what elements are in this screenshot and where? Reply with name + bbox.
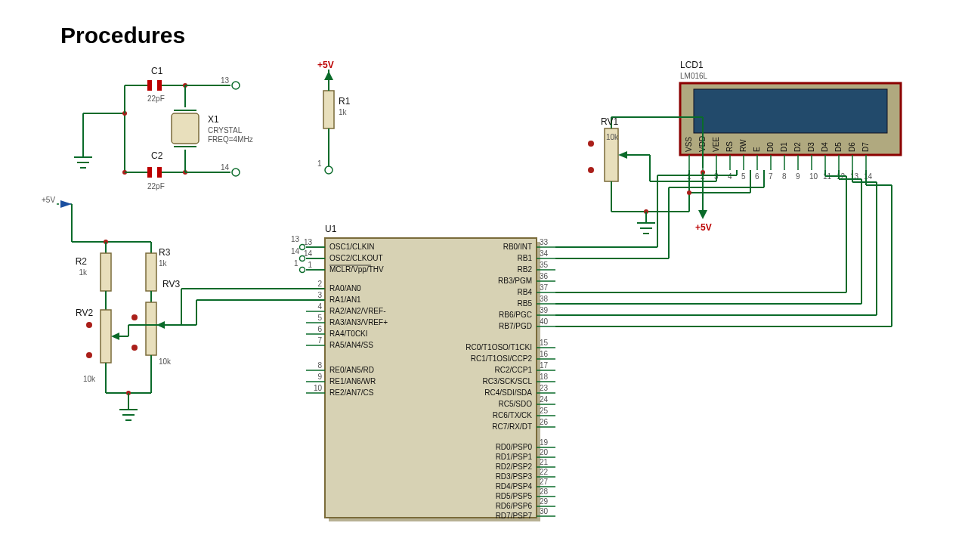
svg-text:4: 4 — [728, 172, 732, 181]
svg-text:RD1/PSP1: RD1/PSP1 — [496, 453, 533, 461]
svg-point-236 — [588, 141, 594, 147]
schematic-canvas: C1 22pF C2 22pF X1 — [30, 53, 937, 544]
svg-text:8: 8 — [317, 361, 322, 370]
svg-text:15: 15 — [540, 339, 549, 347]
svg-text:37: 37 — [540, 283, 549, 292]
svg-text:RB3/PGM: RB3/PGM — [498, 277, 532, 285]
svg-text:6: 6 — [755, 172, 759, 181]
svg-text:RA1/AN1: RA1/AN1 — [329, 295, 361, 304]
svg-text:VSS: VSS — [685, 137, 693, 152]
component-r2: R2 1k — [76, 242, 111, 310]
svg-text:6: 6 — [317, 325, 322, 333]
svg-text:RE2/AN7/CS: RE2/AN7/CS — [329, 388, 374, 397]
svg-point-78 — [300, 268, 305, 273]
rv2-ref: RV2 — [76, 308, 93, 318]
rv3-val: 10k — [159, 357, 172, 366]
rv1-val: 10k — [606, 133, 619, 141]
svg-text:10: 10 — [314, 384, 323, 392]
svg-text:38: 38 — [540, 295, 549, 303]
svg-text:RB6/PGC: RB6/PGC — [499, 311, 532, 319]
svg-text:RW: RW — [739, 139, 747, 152]
r2-ref: R2 — [76, 256, 88, 267]
svg-rect-30 — [323, 91, 334, 128]
svg-text:RB1: RB1 — [518, 254, 533, 262]
svg-text:1: 1 — [308, 261, 312, 269]
svg-rect-45 — [101, 310, 111, 363]
osc-term-13: 13 — [221, 76, 230, 85]
svg-text:RA4/T0CKI: RA4/T0CKI — [329, 330, 368, 338]
svg-text:13: 13 — [291, 235, 300, 243]
svg-text:OSC2/CLKOUT: OSC2/CLKOUT — [329, 254, 383, 262]
svg-text:RD4/PSP4: RD4/PSP4 — [496, 482, 533, 490]
component-lcd1: LCD1 LM016L VSS1VDD2VEE3RS4RW5E6D07D18D2… — [680, 60, 901, 181]
r1-term-1: 1 — [317, 159, 322, 168]
svg-text:16: 16 — [540, 350, 549, 358]
svg-text:25: 25 — [540, 407, 549, 415]
svg-rect-50 — [146, 302, 156, 355]
svg-text:D2: D2 — [793, 142, 802, 152]
svg-rect-43 — [146, 253, 156, 291]
svg-text:19: 19 — [540, 438, 549, 447]
svg-text:2: 2 — [317, 280, 322, 288]
svg-text:29: 29 — [540, 497, 549, 506]
svg-point-48 — [86, 352, 92, 358]
svg-text:9: 9 — [796, 172, 800, 181]
component-rv2: RV2 10k — [76, 308, 119, 393]
rv1-ref: RV1 — [601, 116, 618, 127]
svg-text:D1: D1 — [780, 142, 788, 152]
x1-ref: X1 — [208, 114, 219, 125]
svg-text:10: 10 — [809, 172, 818, 181]
svg-text:E: E — [753, 147, 761, 152]
svg-text:RA3/AN3/VREF+: RA3/AN3/VREF+ — [329, 318, 388, 326]
svg-point-53 — [131, 345, 138, 351]
svg-text:RD5/PSP5: RD5/PSP5 — [496, 492, 533, 500]
svg-text:D3: D3 — [807, 142, 815, 152]
svg-point-237 — [588, 167, 594, 173]
svg-point-33 — [325, 166, 333, 174]
svg-text:RD7/PSP7: RD7/PSP7 — [496, 512, 533, 520]
lcd-part: LM016L — [680, 72, 708, 80]
svg-text:4: 4 — [317, 302, 322, 311]
lcd-ref: LCD1 — [680, 60, 704, 70]
c1-ref: C1 — [151, 66, 163, 76]
svg-text:RA5/AN4/SS: RA5/AN4/SS — [329, 341, 373, 349]
page-title: Procedures — [60, 23, 185, 48]
svg-text:13: 13 — [304, 238, 313, 246]
svg-text:RC4/SDI/SDA: RC4/SDI/SDA — [484, 388, 532, 397]
rv2-val: 10k — [83, 375, 96, 383]
svg-marker-35 — [60, 200, 72, 208]
rv3-ref: RV3 — [162, 279, 180, 289]
svg-text:RE1/AN6/WR: RE1/AN6/WR — [329, 377, 376, 385]
svg-rect-10 — [157, 80, 162, 91]
c2-ref: C2 — [151, 150, 163, 161]
svg-text:40: 40 — [540, 317, 549, 326]
svg-text:7: 7 — [769, 172, 773, 181]
svg-text:RB5: RB5 — [518, 299, 533, 308]
r3-ref: R3 — [159, 247, 171, 258]
svg-point-47 — [86, 322, 92, 328]
svg-rect-9 — [147, 80, 152, 91]
svg-text:RD6/PSP6: RD6/PSP6 — [496, 502, 533, 510]
svg-text:RB0/INT: RB0/INT — [503, 243, 532, 251]
svg-text:22: 22 — [540, 468, 549, 476]
svg-text:26: 26 — [540, 418, 549, 426]
component-rv3: RV3 10k — [131, 279, 180, 393]
r3-val: 1k — [159, 259, 168, 268]
svg-text:MCLR/Vpp/THV: MCLR/Vpp/THV — [329, 265, 384, 274]
svg-point-261 — [687, 190, 691, 195]
svg-text:9: 9 — [317, 373, 322, 381]
label-5v-left: +5V — [42, 196, 55, 204]
r2-val: 1k — [79, 268, 88, 277]
svg-point-52 — [131, 314, 138, 320]
r1-val: 1k — [339, 108, 348, 116]
svg-text:RA0/AN0: RA0/AN0 — [329, 284, 361, 292]
svg-text:RC3/SCK/SCL: RC3/SCK/SCL — [482, 377, 532, 385]
svg-text:RC2/CCP1: RC2/CCP1 — [495, 366, 533, 374]
svg-rect-15 — [157, 167, 162, 178]
svg-text:RA2/AN2/VREF-: RA2/AN2/VREF- — [329, 307, 385, 315]
svg-text:RC7/RX/DT: RC7/RX/DT — [492, 422, 532, 431]
svg-text:20: 20 — [540, 448, 549, 456]
lcd-vdd-5v: +5V — [695, 222, 712, 233]
r1-ref: R1 — [339, 96, 351, 107]
svg-text:3: 3 — [317, 291, 322, 299]
